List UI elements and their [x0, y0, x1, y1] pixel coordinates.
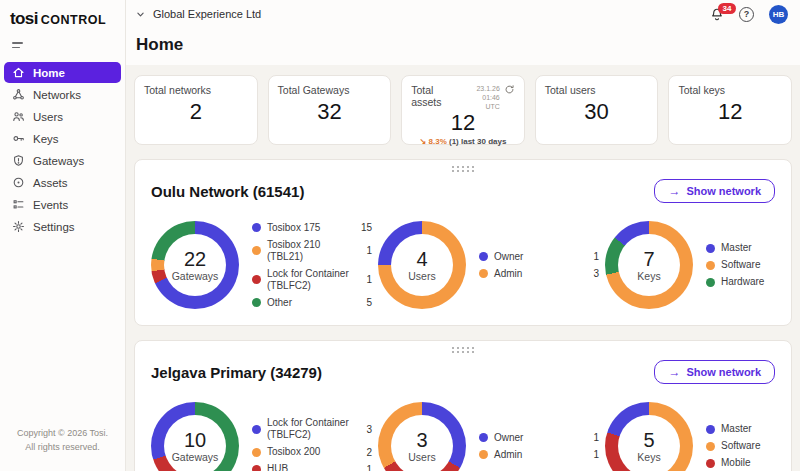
stat-card-gateways: Total Gateways 32 — [268, 75, 392, 145]
show-network-button[interactable]: → Show network — [654, 360, 775, 384]
legend-value: 1 — [586, 251, 599, 262]
legend-label: Admin — [494, 268, 580, 280]
network-card-title: Oulu Network (61541) — [151, 183, 304, 200]
donut-ring: 5 Keys — [605, 402, 693, 471]
keys-donut-chart: 7 Keys Master1Software5Hardware1 — [605, 221, 800, 309]
chart-legend: Master1Software2Mobile1 — [706, 423, 800, 469]
org-name: Global Experience Ltd — [153, 8, 261, 20]
legend-label: Other — [267, 297, 353, 309]
legend-label: Lock for Container (TBLFC2) — [267, 417, 353, 441]
network-card-jelgava: Jelgava Primary (34279) → Show network 1… — [134, 340, 792, 471]
sidebar-item-label: Events — [33, 199, 68, 211]
legend-dot-icon — [706, 244, 715, 253]
legend-label: Tosibox 200 — [267, 446, 353, 458]
legend-item: Master1 — [706, 242, 800, 254]
notifications-button[interactable]: 34 — [710, 7, 724, 21]
stat-card-networks: Total networks 2 — [134, 75, 258, 145]
stat-value: 32 — [278, 100, 382, 124]
content-area: Total networks 2 Total Gateways 32 Total… — [126, 65, 800, 471]
sidebar-item-events[interactable]: Events — [4, 194, 121, 215]
show-network-button[interactable]: → Show network — [654, 179, 775, 203]
sidebar: tosiCONTROL Home Networks Users — [0, 0, 126, 471]
legend-dot-icon — [706, 261, 715, 270]
refresh-icon[interactable] — [504, 84, 515, 95]
legend-value: 2 — [359, 447, 372, 458]
legend-dot-icon — [479, 252, 488, 261]
legend-dot-icon — [252, 425, 261, 434]
list-icon — [12, 198, 25, 211]
legend-label: Tosibox 175 — [267, 222, 353, 234]
stat-label: Total keys — [678, 84, 782, 96]
stat-label: Total assets — [411, 84, 466, 108]
legend-value: 1 — [359, 274, 372, 285]
legend-item: Mobile1 — [706, 457, 800, 469]
users-donut-chart: 3 Users Owner1Admin1 — [378, 402, 605, 471]
avatar[interactable]: HB — [769, 5, 788, 24]
sidebar-collapse-icon[interactable] — [12, 42, 26, 48]
sidebar-item-networks[interactable]: Networks — [4, 84, 121, 105]
legend-item: Admin1 — [479, 449, 599, 461]
legend-item: Lock for Container (TBLFC2)3 — [252, 417, 372, 441]
key-icon — [12, 132, 25, 145]
legend-dot-icon — [252, 223, 261, 232]
legend-dot-icon — [479, 269, 488, 278]
sidebar-item-settings[interactable]: Settings — [4, 216, 121, 237]
legend-label: HUB — [267, 463, 353, 471]
gateways-donut-chart: 10 Gateways Lock for Container (TBLFC2)3… — [151, 402, 378, 471]
networks-icon — [12, 88, 25, 101]
stat-label: Total networks — [144, 84, 248, 96]
chart-legend: Owner1Admin1 — [479, 432, 599, 461]
copyright-notice: Copyright © 2026 Tosi. All rights reserv… — [0, 427, 125, 455]
keys-donut-chart: 5 Keys Master1Software2Mobile1 — [605, 402, 800, 471]
sidebar-item-keys[interactable]: Keys — [4, 128, 121, 149]
stat-value: 30 — [545, 100, 649, 124]
legend-dot-icon — [706, 278, 715, 287]
target-icon — [12, 176, 25, 189]
legend-item: Hardware1 — [706, 276, 800, 288]
legend-label: Owner — [494, 432, 580, 444]
legend-label: Software — [721, 259, 800, 271]
donut-ring: 10 Gateways — [151, 402, 239, 471]
legend-dot-icon — [252, 465, 261, 471]
sidebar-item-assets[interactable]: Assets — [4, 172, 121, 193]
chart-legend: Lock for Container (TBLFC2)3Tosibox 2002… — [252, 417, 372, 471]
shield-icon — [12, 154, 25, 167]
users-icon — [12, 110, 25, 123]
home-icon — [12, 66, 25, 79]
legend-item: Owner1 — [479, 432, 599, 444]
help-button[interactable]: ? — [739, 7, 754, 22]
sidebar-item-label: Gateways — [33, 155, 84, 167]
sidebar-item-home[interactable]: Home — [4, 62, 121, 83]
drag-handle-icon[interactable] — [452, 347, 474, 353]
stat-label: Total Gateways — [278, 84, 382, 96]
assets-timestamp: 23.1.26 01:46 UTC — [466, 84, 500, 111]
legend-item: Admin3 — [479, 268, 599, 280]
legend-item: Other5 — [252, 297, 372, 309]
gateways-donut-chart: 22 Gateways Tosibox 17515Tosibox 210 (TB… — [151, 221, 378, 309]
stat-card-keys: Total keys 12 — [668, 75, 792, 145]
stat-value: 2 — [144, 100, 248, 124]
chevron-down-icon — [136, 10, 145, 19]
arrow-right-icon: → — [668, 366, 680, 378]
legend-dot-icon — [252, 246, 261, 255]
legend-value: 1 — [359, 464, 372, 471]
legend-item: Tosibox 17515 — [252, 222, 372, 234]
logo-text-bold: tosi — [10, 9, 38, 28]
sidebar-item-users[interactable]: Users — [4, 106, 121, 127]
legend-dot-icon — [706, 442, 715, 451]
legend-value: 1 — [586, 432, 599, 443]
legend-item: Tosibox 2002 — [252, 446, 372, 458]
donut-ring: 3 Users — [378, 402, 466, 471]
assets-trend: ↘ 8.3% (1) last 30 days — [411, 137, 515, 146]
legend-item: Tosibox 210 (TBL21)1 — [252, 239, 372, 263]
stat-value: 12 — [411, 111, 515, 135]
legend-item: Master1 — [706, 423, 800, 435]
legend-label: Master — [721, 242, 800, 254]
org-selector[interactable]: Global Experience Ltd — [136, 8, 261, 20]
legend-value: 1 — [586, 449, 599, 460]
legend-item: HUB1 — [252, 463, 372, 471]
legend-value: 1 — [359, 245, 372, 256]
drag-handle-icon[interactable] — [452, 166, 474, 172]
chart-legend: Tosibox 17515Tosibox 210 (TBL21)1Lock fo… — [252, 222, 372, 309]
sidebar-item-gateways[interactable]: Gateways — [4, 150, 121, 171]
